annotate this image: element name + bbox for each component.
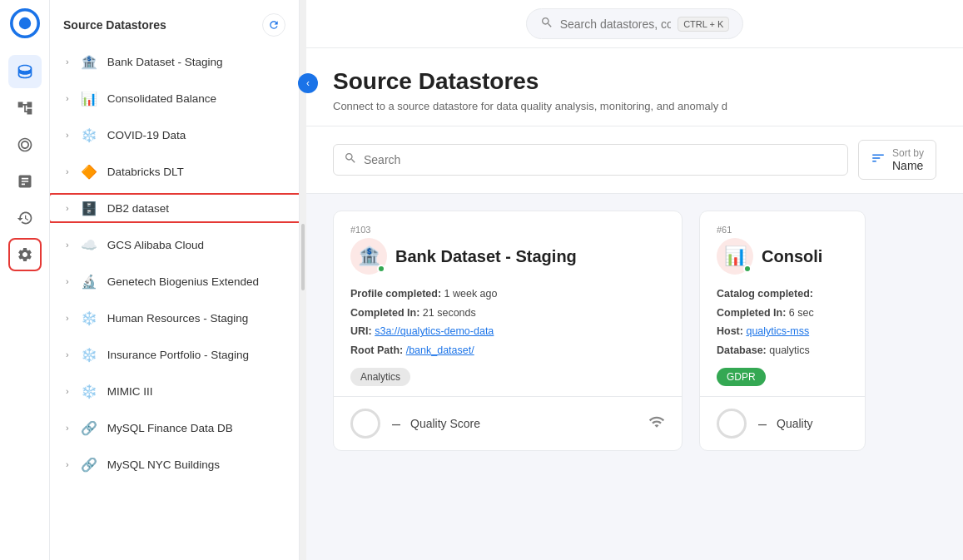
sort-icon [871, 151, 886, 169]
genetech-icon: 🔬 [79, 271, 99, 291]
sidebar-item-human[interactable]: › ❄️ Human Resources - Staging [50, 300, 299, 336]
card-title-row-consoli: 📊 Consoli [717, 238, 848, 275]
gdpr-tag: GDPR [717, 368, 766, 386]
nav-explore[interactable] [8, 128, 42, 161]
collapse-sidebar-button[interactable]: ‹ [298, 73, 318, 93]
page-header: Source Datastores Connect to a source da… [306, 48, 963, 126]
sidebar-item-label: Databricks DLT [107, 166, 285, 178]
human-icon: ❄️ [79, 308, 99, 328]
nav-settings[interactable] [8, 238, 42, 271]
sidebar-item-db2[interactable]: › 🗄️ DB2 dataset ← [50, 190, 299, 226]
sidebar-item-databricks[interactable]: › 🔶 Databricks DLT [50, 153, 299, 190]
mysql-finance-icon: 🔗 [79, 418, 99, 438]
datastore-search[interactable] [333, 144, 848, 176]
card-icon-bank: 🏦 [350, 238, 387, 275]
chevron-icon: › [66, 93, 69, 103]
card-id-consoli: #61 [717, 225, 848, 235]
card-meta-bank: Profile completed: 1 week ago Completed … [350, 285, 665, 359]
sidebar-item-bank-dataset[interactable]: › 🏦 Bank Dataset - Staging [50, 43, 299, 80]
app-logo[interactable] [10, 8, 40, 38]
chevron-icon: › [66, 386, 69, 396]
nav-history[interactable] [8, 201, 42, 235]
nav-rules[interactable] [8, 165, 42, 198]
card-title-consoli: Consoli [762, 247, 822, 266]
card-id-bank: #103 [350, 225, 665, 235]
sort-button[interactable]: Sort by Name [858, 140, 936, 180]
search-icon [540, 16, 553, 32]
root-path-link[interactable]: /bank_dataset/ [406, 344, 474, 356]
chevron-icon: › [66, 166, 69, 176]
quality-score-label: Quality Score [410, 417, 480, 430]
card-title-row-bank: 🏦 Bank Dataset - Staging [350, 238, 665, 275]
content-area: Source Datastores Connect to a source da… [306, 48, 963, 560]
sidebar-item-label: DB2 dataset [107, 202, 285, 215]
nav-datastores[interactable] [8, 55, 42, 88]
status-dot-bank [377, 265, 385, 273]
search-input[interactable] [364, 153, 837, 166]
sidebar-title: Source Datastores [63, 18, 166, 32]
sidebar-item-gcs[interactable]: › ☁️ GCS Alibaba Cloud [50, 226, 299, 263]
sidebar-item-label: Consolidated Balance [107, 92, 285, 105]
chevron-icon: › [66, 276, 69, 286]
sidebar-item-insurance[interactable]: › ❄️ Insurance Portfolio - Staging [50, 336, 299, 373]
chevron-icon: › [66, 57, 69, 67]
svg-point-1 [18, 17, 30, 29]
datastore-card-consoli[interactable]: #61 📊 Consoli Catalog completed: Complet… [699, 211, 866, 451]
sidebar-item-label: GCS Alibaba Cloud [107, 239, 285, 251]
analytics-tag: Analytics [350, 368, 410, 386]
chevron-icon: › [66, 349, 69, 359]
quality-circle-consoli [717, 409, 747, 439]
chevron-icon: › [66, 459, 69, 469]
host-link[interactable]: qualytics-mss [746, 325, 809, 337]
shortcut-badge: CTRL + K [678, 17, 729, 32]
mimic-icon: ❄️ [79, 381, 99, 401]
sidebar-item-label: MySQL NYC Buildings [107, 458, 285, 471]
cards-area: #103 🏦 Bank Dataset - Staging Profile co… [306, 194, 963, 468]
sidebar-list: › 🏦 Bank Dataset - Staging › 📊 Consolida… [50, 43, 299, 560]
sidebar-item-label: COVID-19 Data [107, 129, 285, 141]
card-header-consoli: #61 📊 Consoli Catalog completed: Complet… [700, 211, 865, 396]
datastore-card-bank[interactable]: #103 🏦 Bank Dataset - Staging Profile co… [333, 211, 683, 451]
bank-dataset-icon: 🏦 [79, 52, 99, 72]
chevron-icon: › [66, 240, 69, 250]
mysql-nyc-icon: 🔗 [79, 454, 99, 474]
page-subtitle: Connect to a source datastore for data q… [333, 100, 936, 112]
sidebar-item-mysql-finance[interactable]: › 🔗 MySQL Finance Data DB [50, 409, 299, 446]
card-icon-consoli: 📊 [717, 238, 753, 275]
quality-label-consoli: Quality [777, 417, 813, 430]
scrollbar-thumb [301, 224, 305, 290]
card-tags-bank: Analytics [350, 368, 665, 386]
page-title: Source Datastores [333, 68, 936, 95]
sidebar-item-label: Insurance Portfolio - Staging [107, 349, 285, 361]
quality-dash-consoli: – [758, 415, 767, 433]
card-title-bank: Bank Dataset - Staging [395, 247, 577, 266]
sidebar: Source Datastores › 🏦 Bank Dataset - Sta… [50, 0, 300, 560]
sidebar-item-label: Bank Dataset - Staging [107, 56, 285, 68]
chevron-icon: › [66, 423, 69, 433]
db2-icon: 🗄️ [79, 198, 99, 218]
sidebar-item-mysql-nyc[interactable]: › 🔗 MySQL NYC Buildings [50, 446, 299, 483]
global-search-input[interactable] [560, 17, 671, 31]
sidebar-item-consolidated[interactable]: › 📊 Consolidated Balance [50, 80, 299, 116]
quality-dash: – [392, 415, 400, 433]
main-content: CTRL + K Source Datastores Connect to a … [306, 0, 963, 560]
databricks-icon: 🔶 [79, 161, 99, 181]
sidebar-item-mimic[interactable]: › ❄️ MIMIC III [50, 373, 299, 409]
card-tags-consoli: GDPR [717, 368, 848, 386]
chevron-icon: › [66, 203, 69, 213]
sidebar-item-covid[interactable]: › ❄️ COVID-19 Data [50, 116, 299, 153]
sidebar-item-genetech[interactable]: › 🔬 Genetech Biogenius Extended [50, 263, 299, 300]
refresh-button[interactable] [262, 13, 285, 37]
card-footer-consoli: – Quality [700, 396, 865, 450]
chevron-icon: › [66, 313, 69, 323]
uri-link[interactable]: s3a://qualytics-demo-data [375, 325, 494, 337]
sort-value: Name [892, 159, 924, 172]
quality-circle [350, 409, 380, 439]
global-search[interactable]: CTRL + K [526, 8, 744, 39]
quality-network-icon [648, 414, 665, 434]
nav-hierarchy[interactable] [8, 92, 42, 125]
consolidated-icon: 📊 [79, 88, 99, 108]
sort-by-label: Sort by [892, 147, 924, 159]
search-icon [344, 151, 357, 168]
icon-bar [0, 0, 50, 560]
